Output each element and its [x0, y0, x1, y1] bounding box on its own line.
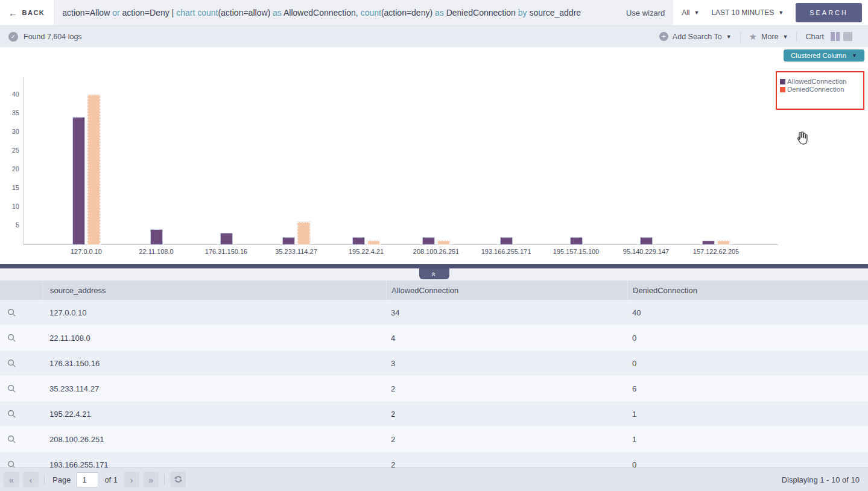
bar-allowed-connection[interactable]	[72, 117, 85, 244]
chart-bars	[51, 77, 751, 244]
bar-allowed-connection[interactable]	[640, 237, 653, 244]
search-topbar: ← BACK action=Allow or action=Deny | cha…	[0, 0, 868, 25]
bar-allowed-connection[interactable]	[570, 237, 583, 244]
table-row: 35.233.114.2726	[0, 376, 868, 401]
cell-denied-connection: 6	[627, 384, 868, 393]
y-tick-label: 25	[4, 147, 19, 154]
query-token: source_addre	[527, 8, 581, 17]
first-page-button[interactable]: «	[4, 472, 19, 487]
cell-source-address: 176.31.150.16	[42, 359, 386, 368]
x-axis-label: 127.0.0.10	[51, 248, 121, 255]
y-axis-line	[23, 77, 24, 244]
y-tick-label: 5	[4, 221, 19, 229]
x-axis-label: 193.166.255.171	[471, 248, 541, 255]
x-axis-label: 35.233.114.27	[261, 248, 331, 255]
back-button[interactable]: ← BACK	[0, 0, 54, 25]
view-icons	[831, 32, 852, 41]
query-token: AllowedConnection,	[282, 8, 361, 17]
query-token: chart count	[176, 8, 218, 17]
x-axis-label: 176.31.150.16	[191, 248, 261, 255]
topbar-right: All ▼ LAST 10 MINUTES ▼ SEARCH	[673, 0, 868, 25]
collapse-table-button[interactable]: «	[419, 268, 449, 279]
y-tick-label: 20	[4, 165, 19, 173]
chart-legend: AllowedConnectionDeniedConnection	[776, 71, 864, 110]
query-token: as	[273, 8, 282, 17]
chevron-down-icon: ▼	[726, 34, 732, 40]
cell-denied-connection: 0	[627, 334, 868, 343]
bar-allowed-connection[interactable]	[220, 233, 233, 244]
row-search-icon[interactable]	[7, 384, 16, 393]
y-tick-label: 15	[4, 184, 19, 191]
cell-allowed-connection: 34	[386, 308, 627, 317]
last-page-button[interactable]: »	[143, 472, 159, 487]
chevron-down-icon: ▼	[783, 34, 788, 40]
scope-value: All	[682, 8, 689, 17]
query-input[interactable]: action=Allow or action=Deny | chart coun…	[54, 0, 673, 25]
row-search-icon[interactable]	[7, 359, 16, 368]
chart-type-dropdown[interactable]: Clustered Column ▼	[784, 49, 864, 62]
x-axis-labels: 127.0.0.1022.11.108.0176.31.150.1635.233…	[51, 248, 751, 255]
page-label: Page	[52, 475, 71, 484]
pagination-footer: « ‹ Page of 1 › » Displaying 1 - 10 of 1…	[0, 467, 868, 491]
header-allowed-connection[interactable]: AllowedConnection	[386, 280, 627, 300]
results-toolbar: ✓ Found 7,604 logs + Add Search To ▼ ★ M…	[0, 25, 868, 47]
bar-group-157.122.62.205	[681, 241, 751, 244]
header-denied-connection[interactable]: DeniedConnection	[627, 280, 868, 300]
add-search-to-dropdown[interactable]: + Add Search To ▼	[651, 32, 740, 41]
page-number-input[interactable]	[77, 472, 98, 487]
row-search-icon[interactable]	[7, 308, 16, 317]
bar-group-195.22.4.21	[331, 237, 401, 244]
result-status: ✓ Found 7,604 logs	[8, 32, 82, 42]
query-token: by	[518, 8, 527, 17]
bar-allowed-connection[interactable]	[150, 229, 163, 244]
header-source-address[interactable]: source_address	[42, 280, 386, 300]
cell-source-address: 35.233.114.27	[42, 384, 386, 393]
row-search-icon[interactable]	[7, 334, 16, 343]
back-arrow-icon: ←	[8, 8, 19, 17]
view-switcher: Chart	[796, 32, 861, 41]
scope-dropdown[interactable]: All ▼	[682, 8, 699, 17]
cell-source-address: 195.22.4.21	[42, 410, 386, 419]
bar-allowed-connection[interactable]	[500, 237, 513, 244]
table-row: 195.22.4.2121	[0, 401, 868, 426]
row-search-icon[interactable]	[7, 435, 16, 444]
bar-allowed-connection[interactable]	[422, 237, 435, 244]
prev-page-button[interactable]: ‹	[23, 472, 39, 487]
column-chart-view-icon[interactable]	[831, 32, 840, 41]
grid-view-icon[interactable]	[843, 32, 852, 41]
legend-item-DeniedConnection[interactable]: DeniedConnection	[780, 86, 860, 93]
table-header: source_address AllowedConnection DeniedC…	[0, 280, 868, 300]
time-range-dropdown[interactable]: LAST 10 MINUTES ▼	[711, 8, 784, 17]
cell-allowed-connection: 2	[386, 435, 627, 444]
bar-allowed-connection[interactable]	[352, 237, 365, 244]
bar-group-22.11.108.0	[121, 229, 191, 244]
bar-denied-connection[interactable]	[297, 222, 310, 244]
panel-divider[interactable]	[0, 264, 868, 268]
x-axis-label: 195.157.15.100	[541, 248, 611, 255]
use-wizard-link[interactable]: Use wizard	[626, 8, 665, 17]
more-dropdown[interactable]: ★ More ▼	[740, 31, 797, 42]
query-token: action=Allow	[62, 8, 112, 17]
row-search-icon[interactable]	[7, 410, 16, 419]
x-axis-label: 157.122.62.205	[681, 248, 751, 255]
legend-item-AllowedConnection[interactable]: AllowedConnection	[780, 78, 860, 86]
bar-denied-connection[interactable]	[437, 241, 450, 244]
refresh-button[interactable]	[170, 472, 186, 487]
legend-swatch-icon	[780, 87, 785, 92]
x-axis-label: 208.100.26.251	[401, 248, 471, 255]
cell-allowed-connection: 2	[386, 410, 627, 419]
bar-allowed-connection[interactable]	[702, 241, 715, 244]
bar-denied-connection[interactable]	[717, 241, 730, 244]
bar-denied-connection[interactable]	[367, 241, 380, 244]
query-text[interactable]: action=Allow or action=Deny | chart coun…	[62, 8, 619, 17]
query-token: (action=deny)	[381, 8, 435, 17]
bar-denied-connection[interactable]	[87, 95, 100, 244]
table-row: 22.11.108.040	[0, 325, 868, 350]
bar-allowed-connection[interactable]	[282, 237, 295, 244]
more-label: More	[761, 33, 778, 41]
divider	[44, 474, 45, 485]
search-button[interactable]: SEARCH	[796, 3, 862, 22]
next-page-button[interactable]: ›	[124, 472, 139, 487]
legend-label: AllowedConnection	[787, 78, 846, 86]
query-token: action=Deny |	[120, 8, 177, 17]
